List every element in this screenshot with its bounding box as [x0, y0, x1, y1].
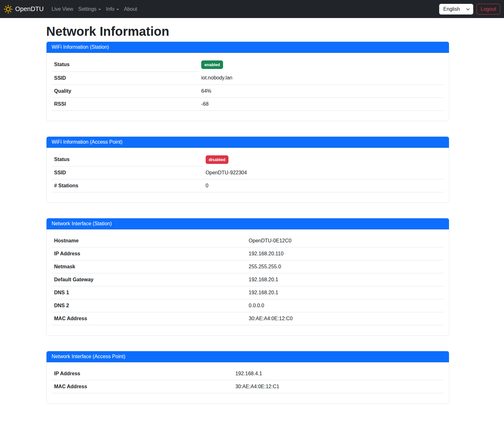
- card-body: IP Address 192.168.4.1 MAC Address 30:AE…: [47, 362, 449, 403]
- card-title-network-interface-station: Network Interface (Station): [47, 218, 449, 229]
- card-title-wifi-station: WiFi Information (Station): [47, 42, 449, 53]
- status-badge: enabled: [201, 60, 223, 69]
- table-row: IP Address 192.168.4.1: [52, 367, 444, 380]
- table-row: SSID OpenDTU-922304: [52, 166, 444, 179]
- table-row: DNS 2 0.0.0.0: [52, 299, 444, 312]
- card-body: Status enabled SSID iot.nobody.lan Quali…: [47, 53, 449, 121]
- card-network-interface-access-point: Network Interface (Access Point) IP Addr…: [46, 351, 449, 404]
- row-value: iot.nobody.lan: [199, 72, 444, 84]
- row-label: SSID: [52, 166, 203, 179]
- card-wifi-station: WiFi Information (Station) Status enable…: [46, 41, 449, 121]
- nav-item-info-label: Info: [106, 6, 115, 12]
- row-value: OpenDTU-0E12C0: [246, 234, 444, 247]
- row-value: enabled: [199, 58, 444, 72]
- sun-icon: [4, 5, 13, 14]
- language-select-wrap: English: [439, 4, 473, 15]
- nav-item-settings-label: Settings: [78, 6, 96, 12]
- card-body: Status disabled SSID OpenDTU-922304 # St…: [47, 148, 449, 203]
- card-wifi-access-point: WiFi Information (Access Point) Status d…: [46, 136, 449, 203]
- row-value: 255.255.255.0: [246, 260, 444, 273]
- row-label: MAC Address: [52, 312, 246, 325]
- row-label: RSSI: [52, 97, 199, 110]
- row-label: # Stations: [52, 179, 203, 192]
- row-label: Default Gateway: [52, 273, 246, 286]
- row-label: Hostname: [52, 234, 246, 247]
- row-value: 30:AE:A4:0E:12:C0: [246, 312, 444, 325]
- table-row: Status disabled: [52, 153, 444, 166]
- table-row: SSID iot.nobody.lan: [52, 72, 444, 84]
- table-row: DNS 1 192.168.20.1: [52, 286, 444, 299]
- card-body: Hostname OpenDTU-0E12C0 IP Address 192.1…: [47, 229, 449, 335]
- navbar: OpenDTU Live View Settings Info About En…: [0, 0, 504, 18]
- status-badge: disabled: [206, 155, 229, 164]
- main-content: Network Information WiFi Information (St…: [46, 18, 449, 430]
- row-value: 0.0.0.0: [246, 299, 444, 312]
- row-value: 64%: [199, 84, 444, 97]
- row-value: 192.168.20.1: [246, 286, 444, 299]
- table-row: # Stations 0: [52, 179, 444, 192]
- row-value: 30:AE:A4:0E:12:C1: [233, 380, 444, 393]
- table-row: IP Address 192.168.20.110: [52, 247, 444, 260]
- card-title-wifi-access-point: WiFi Information (Access Point): [47, 137, 449, 148]
- row-value: -68: [199, 97, 444, 110]
- row-value: 0: [203, 179, 444, 192]
- language-select[interactable]: English: [439, 4, 473, 15]
- row-label: Status: [52, 58, 199, 72]
- row-label: IP Address: [52, 247, 246, 260]
- row-label: MAC Address: [52, 380, 233, 393]
- navbar-right: English Logout: [439, 4, 500, 15]
- row-label: IP Address: [52, 367, 233, 380]
- table-row: MAC Address 30:AE:A4:0E:12:C1: [52, 380, 444, 393]
- row-label: Netmask: [52, 260, 246, 273]
- row-value: 192.168.20.1: [246, 273, 444, 286]
- row-value: 192.168.20.110: [246, 247, 444, 260]
- row-label: DNS 1: [52, 286, 246, 299]
- card-title-network-interface-access-point: Network Interface (Access Point): [47, 351, 449, 362]
- logout-button[interactable]: Logout: [476, 4, 500, 15]
- table-row: Hostname OpenDTU-0E12C0: [52, 234, 444, 247]
- row-label: SSID: [52, 72, 199, 84]
- table-row: Status enabled: [52, 58, 444, 72]
- table-row: Netmask 255.255.255.0: [52, 260, 444, 273]
- row-label: Status: [52, 153, 203, 166]
- row-value: OpenDTU-922304: [203, 166, 444, 179]
- row-value: disabled: [203, 153, 444, 166]
- table-row: MAC Address 30:AE:A4:0E:12:C0: [52, 312, 444, 325]
- nav-item-settings[interactable]: Settings: [76, 4, 103, 15]
- nav-item-about[interactable]: About: [121, 4, 140, 15]
- table-row: Quality 64%: [52, 84, 444, 97]
- brand-label: OpenDTU: [15, 5, 44, 13]
- caret-down-icon: [116, 9, 119, 10]
- page-title: Network Information: [46, 24, 449, 39]
- nav-links: Live View Settings Info About: [49, 4, 140, 15]
- nav-item-info[interactable]: Info: [103, 4, 121, 15]
- table-row: Default Gateway 192.168.20.1: [52, 273, 444, 286]
- row-value: 192.168.4.1: [233, 367, 444, 380]
- nav-item-live-view[interactable]: Live View: [49, 4, 76, 15]
- row-label: Quality: [52, 84, 199, 97]
- table-row: RSSI -68: [52, 97, 444, 110]
- row-label: DNS 2: [52, 299, 246, 312]
- brand[interactable]: OpenDTU: [4, 5, 44, 14]
- card-network-interface-station: Network Interface (Station) Hostname Ope…: [46, 218, 449, 336]
- caret-down-icon: [98, 9, 101, 10]
